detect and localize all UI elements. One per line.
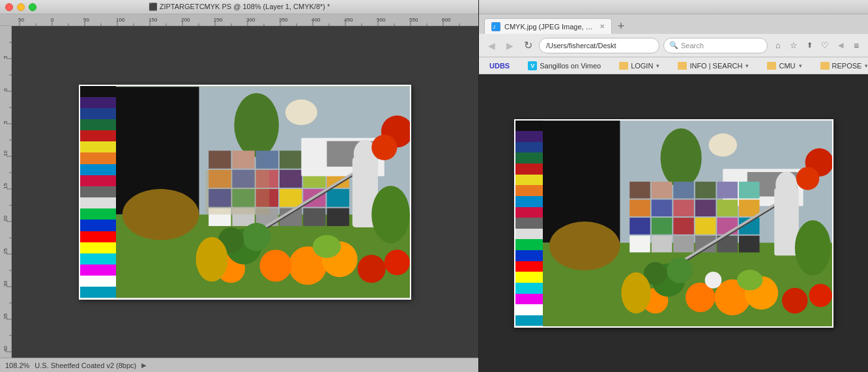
browser-tab-bar: J CMYK.jpg (JPEG Image, 47... ✕ + [479,14,868,34]
svg-rect-153 [695,218,716,235]
udbs-label: UDBS [489,62,510,70]
svg-rect-157 [651,235,672,252]
svg-text:35: 35 [3,313,8,319]
share-button[interactable]: ⬆ [803,39,816,52]
ps-titlebar: ⬛ ZIPTARGETCMYK PS @ 108% (Layer 1, CMYK… [0,0,478,14]
swatch-red [80,231,116,242]
browser-window: J CMYK.jpg (JPEG Image, 47... ✕ + ◀ ▶ ↻ … [479,0,868,372]
svg-rect-139 [651,181,672,198]
svg-rect-126 [205,169,269,214]
color-checker-scene [116,86,410,298]
svg-rect-85 [280,150,302,168]
svg-rect-97 [280,189,302,207]
svg-point-113 [371,134,397,160]
ruler-top: 50 0 50 100 150 200 250 300 350 400 450 … [0,14,478,26]
bookmark-button[interactable]: ☆ [787,39,800,52]
bookmark-repose[interactable]: REPOSE ▾ [815,59,868,72]
vimeo-label: Sangillos on Vimeo [540,62,601,70]
svg-point-124 [384,250,410,275]
b-swatch-dark-green [515,152,543,164]
swatch-yellow [80,141,116,152]
svg-text:25: 25 [3,248,8,254]
svg-text:10: 10 [3,150,8,156]
svg-rect-149 [738,199,759,216]
browser-tab-active[interactable]: J CMYK.jpg (JPEG Image, 47... ✕ [484,18,612,34]
b-swatch-light-gray [515,229,543,240]
back-nav-button[interactable]: ◀ [834,39,847,52]
back-button[interactable]: ◀ [484,38,499,53]
maximize-button[interactable] [29,3,36,11]
svg-point-168 [794,220,830,276]
browser-main-image [543,121,832,326]
tab-close-button[interactable]: ✕ [600,23,605,30]
tab-favicon: J [491,22,500,31]
svg-rect-147 [695,199,716,216]
url-bar[interactable]: /Users/fishercat/Deskt [539,38,659,53]
info-search-chevron: ▾ [745,63,749,69]
ps-statusbar: 108.2% U.S. Sheetfed Coated v2 (8bpc) ▶ [0,358,478,372]
reading-list-button[interactable]: ♡ [818,39,832,52]
minimize-button[interactable] [17,3,25,11]
bookmark-info-search[interactable]: INFO | SEARCH ▾ [673,59,754,72]
cmu-label: CMU [779,62,795,70]
b-swatch-bright-yellow [515,272,543,283]
traffic-lights [5,3,36,11]
svg-rect-141 [695,181,716,198]
menu-button[interactable]: ≡ [850,39,863,52]
status-arrow[interactable]: ▶ [141,362,147,369]
reload-button[interactable]: ↻ [521,38,535,53]
cmu-folder-icon [767,62,776,70]
svg-text:40: 40 [3,346,8,352]
svg-text:20: 20 [3,216,8,222]
color-profile: U.S. Sheetfed Coated v2 (8bpc) [35,362,136,369]
svg-rect-104 [303,208,325,225]
swatch-royal-blue [80,220,116,231]
svg-point-179 [621,272,650,313]
svg-point-125 [196,236,228,281]
photoshop-window: ⬛ ZIPTARGETCMYK PS @ 108% (Layer 1, CMYK… [0,0,479,372]
svg-rect-152 [673,218,694,235]
svg-point-178 [809,283,832,307]
svg-text:30: 30 [3,281,8,287]
url-text: /Users/fishercat/Deskt [546,42,616,50]
vimeo-icon: V [528,61,537,70]
close-button[interactable] [5,3,13,11]
b-swatch-white [515,304,543,315]
svg-text:J: J [493,24,495,30]
svg-point-167 [796,167,819,190]
swatch-teal [80,287,116,298]
svg-rect-142 [717,181,738,198]
ps-canvas[interactable] [12,26,478,358]
swatch-light-gray [80,197,116,208]
svg-point-165 [775,171,798,198]
forward-button[interactable]: ▶ [502,38,517,53]
home-button[interactable]: ⌂ [772,39,785,52]
b-swatch-orange [515,185,543,196]
svg-text:50: 50 [18,17,24,23]
svg-rect-44 [0,26,12,358]
info-search-folder-icon [678,62,687,70]
bookmark-vimeo[interactable]: V Sangillos on Vimeo [523,59,606,72]
search-bar[interactable]: 🔍 Search [663,38,768,53]
zoom-level: 108.2% [5,362,29,369]
bookmark-login[interactable]: LOGIN ▾ [614,59,665,72]
bookmark-udbs[interactable]: UDBS [484,59,515,72]
b-swatch-blue [515,196,543,207]
bookmark-cmu[interactable]: CMU ▾ [762,59,807,72]
svg-rect-99 [327,189,349,207]
color-strip [80,86,116,298]
svg-rect-84 [256,150,278,168]
search-icon: 🔍 [669,41,678,50]
svg-rect-151 [651,218,672,235]
b-swatch-teal [515,315,543,326]
svg-rect-161 [738,235,759,252]
ps-body: 5 0 5 10 15 20 25 30 35 40 [0,26,478,358]
svg-rect-140 [673,181,694,198]
swatch-orange [80,152,116,164]
swatch-gray [80,186,116,197]
cmu-chevron: ▾ [799,63,802,69]
new-tab-button[interactable]: + [613,18,629,34]
svg-point-114 [371,186,410,243]
browser-content[interactable] [479,74,868,372]
svg-point-177 [782,287,807,313]
